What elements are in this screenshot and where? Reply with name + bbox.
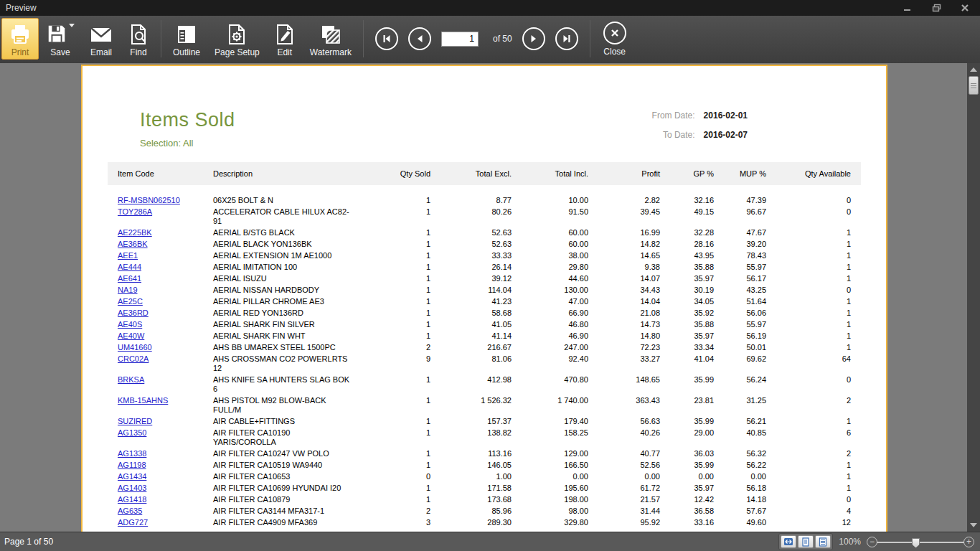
vertical-scrollbar[interactable]: [967, 63, 980, 532]
item-code-link[interactable]: AE36RD: [118, 309, 149, 317]
table-cell: 40.85: [714, 428, 766, 448]
table-cell: 52.56: [588, 460, 660, 471]
table-cell: 113.16: [430, 448, 512, 460]
close-preview-button[interactable]: Close: [595, 22, 635, 57]
item-code-cell: BRKSA: [108, 375, 213, 395]
item-code-link[interactable]: AG1418: [118, 495, 146, 504]
table-row: AE36RDAERIAL RED YON136RD158.6866.9021.0…: [108, 308, 861, 319]
table-cell: 31.44: [588, 506, 660, 517]
item-code-link[interactable]: AE641: [118, 274, 141, 283]
table-cell: AIR FILTER CA4909 MFA369: [213, 517, 387, 529]
prev-page-button[interactable]: [408, 27, 431, 50]
item-code-link[interactable]: AG635: [118, 507, 142, 515]
zoom-out-icon[interactable]: −: [867, 537, 877, 547]
item-code-link[interactable]: TOY286A: [118, 207, 152, 216]
scroll-down-icon[interactable]: [967, 520, 980, 530]
table-cell: 56.06: [714, 308, 766, 319]
fit-width-icon[interactable]: [781, 535, 796, 548]
item-code-link[interactable]: AE40S: [118, 320, 142, 329]
find-button[interactable]: Find: [121, 18, 156, 60]
table-cell: 2.82: [588, 185, 660, 207]
table-cell: 47.00: [512, 296, 588, 308]
print-icon: [9, 22, 32, 47]
table-row: AG1350AIR FILTER CA10190 YARIS/COROLLA11…: [108, 428, 861, 448]
zoom-slider-thumb[interactable]: [912, 538, 920, 548]
print-button[interactable]: Print: [1, 18, 39, 60]
table-cell: 1: [387, 483, 430, 494]
table-cell: 1 526.32: [430, 395, 512, 416]
table-row: CRC02AAHS CROSSMAN CO2 POWERLRTS 12981.0…: [108, 354, 861, 375]
single-page-icon[interactable]: [798, 535, 814, 548]
item-code-link[interactable]: AE36BK: [118, 240, 148, 248]
save-dropdown-arrow[interactable]: [69, 24, 75, 27]
table-cell: AHS KNIFE SA HUNTERS SLAG BOK 6: [213, 375, 387, 395]
item-code-link[interactable]: AE25C: [118, 297, 143, 306]
minimize-icon[interactable]: [903, 3, 913, 13]
item-code-link[interactable]: AG1338: [118, 449, 146, 458]
table-cell: 1: [387, 375, 430, 395]
table-cell: AERIAL SHARK FIN WHT: [213, 331, 387, 342]
watermark-label: Watermark: [310, 47, 352, 57]
item-code-link[interactable]: AE225BK: [118, 228, 152, 237]
table-cell: 289.30: [430, 517, 512, 529]
table-cell: 33.16: [660, 517, 714, 529]
report-page: Items Sold Selection: All From Date: 201…: [81, 65, 887, 532]
table-cell: 33.34: [660, 342, 714, 354]
item-code-link[interactable]: KMB-15AHNS: [118, 396, 168, 405]
table-row: BRKSAAHS KNIFE SA HUNTERS SLAG BOK 61412…: [108, 375, 861, 395]
table-cell: AHS BB UMAREX STEEL 1500PC: [213, 342, 387, 354]
item-code-link[interactable]: NA19: [118, 286, 138, 294]
next-page-button[interactable]: [522, 27, 545, 50]
page-setup-button[interactable]: Page Setup: [207, 18, 267, 60]
item-code-link[interactable]: ADG727: [118, 518, 148, 527]
item-code-link[interactable]: AG1350: [118, 428, 146, 437]
item-code-link[interactable]: CRC02A: [118, 354, 149, 363]
table-cell: 56.19: [714, 331, 766, 342]
item-code-cell: CRC02A: [108, 354, 213, 375]
table-cell: 56.32: [714, 448, 766, 460]
close-icon[interactable]: [960, 3, 970, 13]
item-code-cell: TOY286A: [108, 207, 213, 227]
close-label: Close: [603, 47, 626, 57]
zoom-in-icon[interactable]: +: [963, 537, 974, 547]
page-number-input[interactable]: [441, 32, 479, 47]
last-page-button[interactable]: [555, 27, 578, 50]
table-cell: 60.00: [512, 227, 588, 239]
scroll-up-icon[interactable]: [967, 65, 980, 75]
edit-button[interactable]: Edit: [267, 18, 303, 60]
table-cell: 60.00: [512, 239, 588, 250]
table-cell: 56.24: [714, 375, 766, 395]
item-code-link[interactable]: AG1403: [118, 484, 146, 492]
table-cell: 2: [387, 506, 430, 517]
table-row: ADG727AIR FILTER CA4909 MFA3693289.30329…: [108, 517, 861, 529]
table-cell: 1: [387, 262, 430, 273]
item-code-link[interactable]: AG1434: [118, 472, 146, 481]
zoom-slider-track[interactable]: [877, 542, 964, 543]
item-code-link[interactable]: AG1198: [118, 461, 146, 469]
table-cell: 1 740.00: [512, 395, 588, 416]
outline-button[interactable]: Outline: [166, 18, 207, 60]
preview-canvas: Items Sold Selection: All From Date: 201…: [0, 63, 980, 532]
item-code-cell: KMB-15AHNS: [108, 395, 213, 416]
item-code-link[interactable]: BRKSA: [118, 375, 144, 384]
email-button[interactable]: Email: [82, 18, 121, 60]
item-code-cell: RF-MSBN062510: [108, 185, 213, 207]
save-button[interactable]: Save: [39, 18, 82, 60]
item-code-link[interactable]: SUZIRED: [118, 417, 152, 425]
outline-icon: [175, 22, 198, 47]
table-cell: 21.08: [588, 308, 660, 319]
table-cell: 171.58: [430, 483, 512, 494]
scrollbar-thumb[interactable]: [969, 76, 979, 95]
item-code-link[interactable]: AE444: [118, 263, 141, 271]
restore-icon[interactable]: [931, 3, 941, 13]
watermark-button[interactable]: Watermark: [303, 18, 359, 60]
item-code-link[interactable]: UM41660: [118, 343, 152, 352]
table-cell: 1: [766, 308, 861, 319]
full-page-icon[interactable]: [815, 535, 831, 548]
first-page-button[interactable]: [375, 27, 398, 50]
table-cell: 34.43: [588, 285, 660, 296]
zoom-slider[interactable]: − +: [867, 537, 974, 547]
item-code-link[interactable]: RF-MSBN062510: [118, 196, 180, 204]
item-code-link[interactable]: AEE1: [118, 251, 138, 260]
item-code-link[interactable]: AE40W: [118, 331, 144, 340]
